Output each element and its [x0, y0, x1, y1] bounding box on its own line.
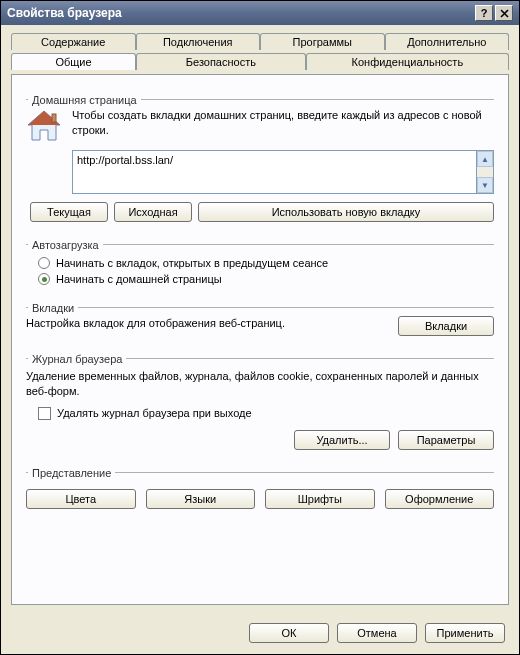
apply-button[interactable]: Применить [425, 623, 505, 643]
languages-button[interactable]: Языки [146, 489, 256, 509]
titlebar: Свойства браузера ? [1, 1, 519, 25]
scroll-up-icon[interactable]: ▲ [477, 151, 493, 167]
delete-on-exit-checkbox[interactable]: Удалять журнал браузера при выходе [38, 407, 494, 420]
tab-connections[interactable]: Подключения [136, 33, 261, 50]
accessibility-button[interactable]: Оформление [385, 489, 495, 509]
startup-tabs-radio[interactable]: Начинать с вкладок, открытых в предыдуще… [38, 257, 494, 269]
tab-advanced[interactable]: Дополнительно [385, 33, 510, 50]
scroll-down-icon[interactable]: ▼ [477, 177, 493, 193]
scrollbar[interactable]: ▲ ▼ [477, 150, 494, 194]
radio-checked-icon [38, 273, 50, 285]
startup-tabs-label: Начинать с вкладок, открытых в предыдуще… [56, 257, 328, 269]
checkbox-icon [38, 407, 51, 420]
history-desc: Удаление временных файлов, журнала, файл… [26, 369, 494, 399]
tab-security[interactable]: Безопасность [136, 53, 306, 70]
tabs-desc: Настройка вкладок для отображения веб-ст… [26, 316, 378, 331]
use-newtab-button[interactable]: Использовать новую вкладку [198, 202, 494, 222]
presentation-group-label: Представление [28, 467, 115, 479]
tab-general[interactable]: Общие [11, 53, 136, 70]
homepage-url-input[interactable] [72, 150, 477, 194]
home-icon [26, 108, 62, 144]
radio-icon [38, 257, 50, 269]
history-group-label: Журнал браузера [28, 353, 126, 365]
use-default-button[interactable]: Исходная [114, 202, 192, 222]
fonts-button[interactable]: Шрифты [265, 489, 375, 509]
startup-group-label: Автозагрузка [28, 239, 103, 251]
cancel-button[interactable]: Отмена [337, 623, 417, 643]
tab-programs[interactable]: Программы [260, 33, 385, 50]
homepage-group-label: Домашняя страница [28, 94, 141, 106]
tab-privacy[interactable]: Конфиденциальность [306, 53, 509, 70]
svg-rect-2 [52, 114, 56, 122]
window-title: Свойства браузера [7, 6, 473, 20]
delete-on-exit-label: Удалять журнал браузера при выходе [57, 407, 252, 419]
homepage-desc: Чтобы создать вкладки домашних страниц, … [72, 108, 494, 138]
help-button[interactable]: ? [475, 5, 493, 21]
startup-home-label: Начинать с домашней страницы [56, 273, 222, 285]
tabs-group-label: Вкладки [28, 302, 78, 314]
tab-content[interactable]: Содержание [11, 33, 136, 50]
use-current-button[interactable]: Текущая [30, 202, 108, 222]
startup-home-radio[interactable]: Начинать с домашней страницы [38, 273, 494, 285]
tabs-settings-button[interactable]: Вкладки [398, 316, 494, 336]
history-settings-button[interactable]: Параметры [398, 430, 494, 450]
close-button[interactable] [495, 5, 513, 21]
delete-history-button[interactable]: Удалить... [294, 430, 390, 450]
ok-button[interactable]: ОК [249, 623, 329, 643]
colors-button[interactable]: Цвета [26, 489, 136, 509]
